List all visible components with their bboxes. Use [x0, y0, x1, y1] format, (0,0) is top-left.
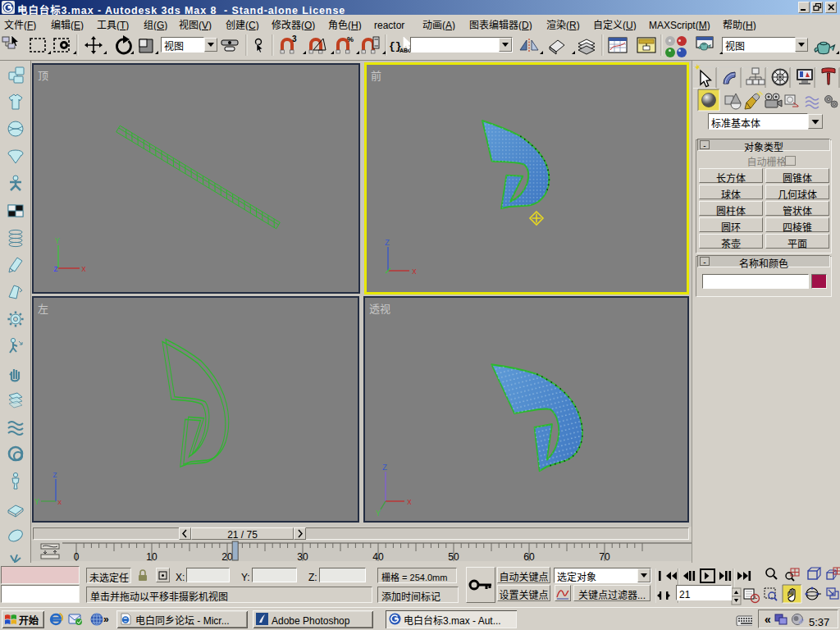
svg-text:»: »	[103, 614, 109, 625]
svg-text:50: 50	[448, 551, 459, 561]
svg-text:x: x	[412, 267, 417, 276]
svg-text:20: 20	[221, 551, 233, 561]
svg-text:%: %	[347, 35, 354, 43]
svg-text:z: z	[52, 471, 57, 480]
svg-text:10: 10	[146, 551, 158, 561]
svg-text:70: 70	[599, 551, 610, 561]
svg-text:Z: Z	[382, 463, 387, 472]
svg-text:x: x	[57, 499, 62, 507]
svg-text:Z: Z	[385, 239, 390, 248]
svg-text:30: 30	[297, 551, 308, 561]
svg-text:40: 40	[372, 551, 384, 561]
svg-text:3: 3	[292, 34, 297, 43]
svg-text:60: 60	[523, 551, 535, 561]
svg-text:Y: Y	[55, 237, 60, 246]
svg-text:0: 0	[74, 551, 80, 561]
svg-text:«: «	[765, 613, 771, 626]
svg-text:x: x	[81, 265, 86, 274]
svg-text:z: z	[53, 265, 58, 274]
svg-text:Y: Y	[376, 509, 381, 518]
svg-text:Y: Y	[34, 498, 39, 507]
svg-text:x: x	[407, 498, 412, 507]
